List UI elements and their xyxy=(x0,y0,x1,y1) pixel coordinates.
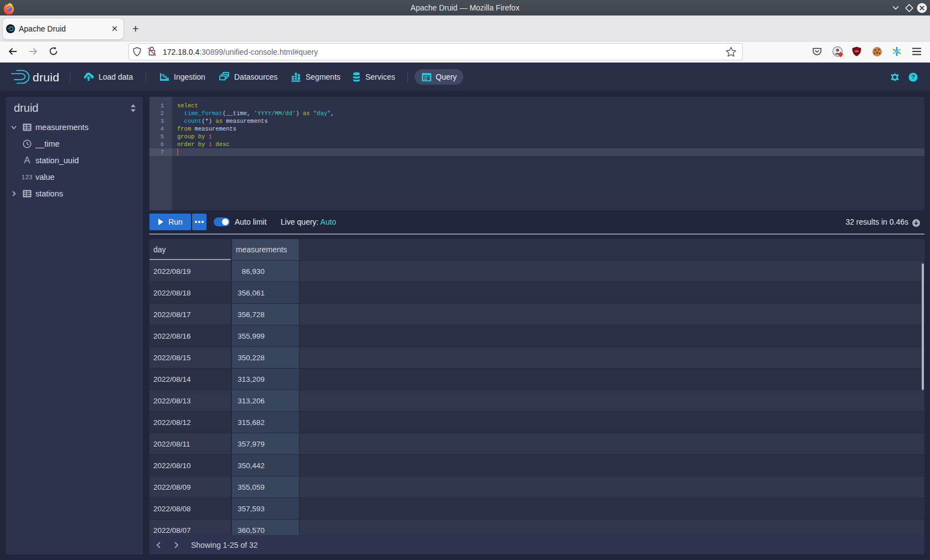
svg-text:?: ? xyxy=(911,74,915,80)
svg-text:uo: uo xyxy=(855,49,859,53)
